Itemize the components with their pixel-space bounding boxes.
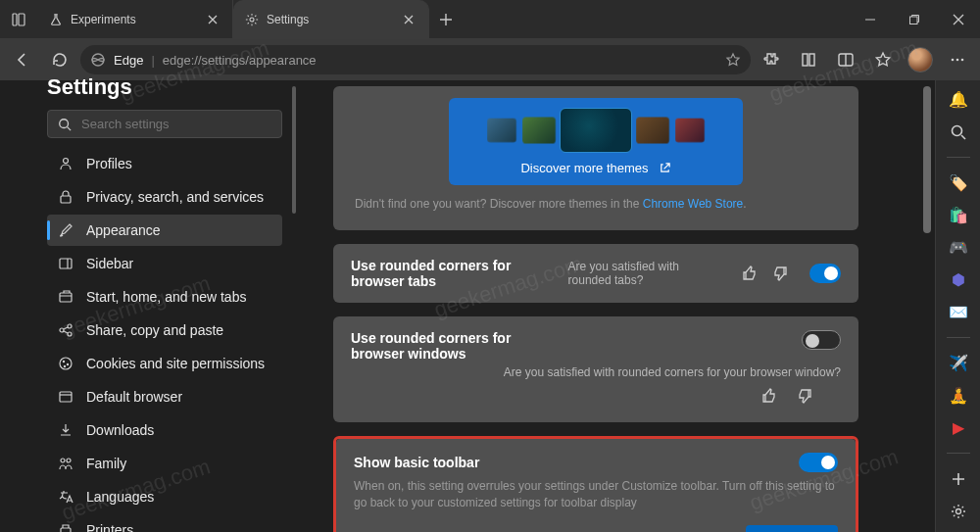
- sidebar-item-downloads[interactable]: Downloads: [47, 414, 282, 446]
- settings-search-box[interactable]: [47, 110, 282, 138]
- settings-sidebar: Settings ProfilesPrivacy, search, and se…: [0, 80, 294, 532]
- svg-rect-1: [19, 14, 24, 25]
- share-icon: [57, 321, 74, 339]
- tab-close-button[interactable]: [401, 12, 416, 27]
- basic-toolbar-title: Show basic toolbar: [354, 455, 479, 470]
- svg-rect-14: [60, 259, 72, 268]
- svg-point-19: [60, 358, 72, 369]
- sidebar-item-share-copy-and-paste[interactable]: Share, copy and paste: [47, 314, 282, 346]
- meditation-icon[interactable]: 🧘: [949, 386, 968, 405]
- sidebar-item-default-browser[interactable]: Default browser: [47, 381, 282, 412]
- restart-button[interactable]: Restart: [746, 525, 838, 532]
- svg-point-28: [952, 125, 961, 135]
- games-icon[interactable]: 🎮: [949, 238, 968, 257]
- browser-tab-settings[interactable]: Settings: [233, 0, 429, 38]
- svg-point-11: [60, 119, 69, 127]
- basic-toolbar-toggle[interactable]: [799, 453, 838, 472]
- sidebar-item-label: Family: [86, 456, 126, 471]
- page-title: Settings: [47, 74, 282, 100]
- content-area: Settings ProfilesPrivacy, search, and se…: [0, 80, 980, 532]
- sidebar-item-privacy-search-and-services[interactable]: Privacy, search, and services: [47, 181, 282, 213]
- address-bar[interactable]: Edge | edge://settings/appearance: [80, 45, 751, 74]
- sidebar-item-label: Sidebar: [86, 256, 133, 271]
- svg-point-10: [961, 59, 964, 62]
- browser-icon: [57, 388, 74, 406]
- divider: [947, 337, 970, 338]
- sidebar-item-start-home-and-new-tabs[interactable]: Start, home, and new tabs: [47, 281, 282, 313]
- split-screen-button[interactable]: [829, 44, 862, 75]
- svg-point-24: [61, 459, 65, 462]
- sidebar-item-sidebar[interactable]: Sidebar: [47, 248, 282, 279]
- maximize-button[interactable]: [892, 0, 936, 38]
- add-sidebar-item[interactable]: [949, 469, 968, 488]
- theme-note: Didn't find one you want? Discover more …: [355, 197, 843, 211]
- telegram-icon[interactable]: ✈️: [949, 354, 968, 372]
- shopping-icon[interactable]: 🛍️: [949, 206, 968, 224]
- favorites-button[interactable]: [866, 44, 900, 75]
- office-icon[interactable]: ⬢: [949, 270, 968, 289]
- discover-themes-button[interactable]: Discover more themes: [449, 98, 743, 185]
- tab-actions-button[interactable]: [0, 0, 37, 38]
- profile-avatar[interactable]: [907, 47, 933, 73]
- sidebar-item-family[interactable]: Family: [47, 448, 282, 479]
- svg-point-2: [250, 17, 254, 21]
- sidebar-item-appearance[interactable]: Appearance: [47, 215, 282, 246]
- close-window-button[interactable]: [936, 0, 980, 38]
- rounded-tabs-toggle[interactable]: [809, 264, 841, 283]
- sidebar-item-label: Privacy, search, and services: [86, 189, 264, 205]
- svg-rect-13: [61, 196, 71, 203]
- thumbs-down-button[interactable]: [769, 261, 790, 286]
- sidebar-settings-icon[interactable]: [949, 502, 968, 520]
- new-tab-button[interactable]: [429, 0, 463, 38]
- tag-icon[interactable]: 🏷️: [949, 173, 968, 192]
- brush-icon: [57, 221, 74, 239]
- favorite-button[interactable]: [725, 52, 741, 68]
- youtube-icon[interactable]: ▶: [949, 418, 968, 437]
- external-link-icon: [659, 162, 671, 174]
- svg-rect-23: [60, 392, 72, 402]
- svg-rect-0: [13, 14, 17, 25]
- sidebar-item-printers[interactable]: Printers: [47, 514, 282, 532]
- family-icon: [57, 455, 74, 472]
- rounded-windows-toggle[interactable]: [802, 330, 841, 350]
- minimize-button[interactable]: [848, 0, 892, 38]
- content-scrollbar[interactable]: [923, 86, 931, 526]
- sidebar-item-profiles[interactable]: Profiles: [47, 148, 282, 179]
- tab-title: Experiments: [71, 13, 197, 26]
- thumbs-down-button[interactable]: [792, 383, 817, 409]
- svg-point-25: [67, 459, 71, 462]
- lock-icon: [57, 188, 74, 206]
- basic-toolbar-highlight: Show basic toolbar When on, this setting…: [333, 436, 858, 532]
- tab-close-button[interactable]: [205, 12, 220, 27]
- rounded-windows-title-2: browser windows: [351, 346, 511, 362]
- svg-rect-5: [803, 54, 808, 66]
- bell-icon[interactable]: 🔔: [949, 90, 968, 109]
- collections-button[interactable]: [792, 44, 825, 75]
- thumbs-up-button[interactable]: [739, 261, 760, 286]
- sidebar-item-cookies-and-site-permissions[interactable]: Cookies and site permissions: [47, 348, 282, 379]
- cookies-icon: [57, 355, 74, 372]
- download-icon: [57, 421, 74, 439]
- browser-tab-experiments[interactable]: Experiments: [37, 0, 233, 38]
- outlook-icon[interactable]: ✉️: [949, 303, 968, 321]
- tab-title: Settings: [267, 13, 393, 26]
- tabs-icon: [57, 288, 74, 306]
- window-titlebar: Experiments Settings: [0, 0, 980, 39]
- settings-search-input[interactable]: [81, 117, 271, 131]
- refresh-button[interactable]: [43, 44, 76, 75]
- svg-point-20: [63, 361, 64, 362]
- search-icon[interactable]: [949, 122, 968, 141]
- sidebar-item-languages[interactable]: Languages: [47, 481, 282, 512]
- printer-icon: [57, 521, 74, 532]
- back-button[interactable]: [6, 44, 39, 75]
- svg-point-29: [956, 508, 960, 513]
- chrome-web-store-link[interactable]: Chrome Web Store: [643, 197, 744, 211]
- svg-rect-15: [60, 293, 72, 302]
- sidebar-item-label: Share, copy and paste: [86, 322, 223, 338]
- menu-button[interactable]: [941, 44, 974, 75]
- flask-icon: [49, 13, 63, 26]
- thumbs-up-button[interactable]: [757, 383, 782, 409]
- extensions-button[interactable]: [755, 44, 788, 75]
- sidebar-item-label: Printers: [86, 522, 133, 532]
- site-identity-icon[interactable]: [90, 52, 106, 68]
